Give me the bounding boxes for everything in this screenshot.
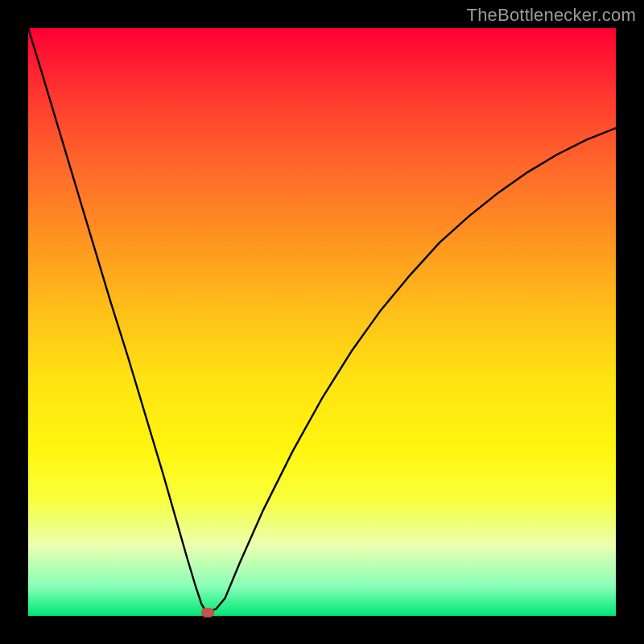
- curve-path: [28, 28, 616, 611]
- minimum-marker-dot: [201, 608, 214, 617]
- chart-plot-area: [28, 28, 616, 616]
- bottleneck-curve: [28, 28, 616, 616]
- watermark-label: TheBottlenecker.com: [467, 5, 636, 26]
- chart-frame: TheBottlenecker.com: [0, 0, 644, 644]
